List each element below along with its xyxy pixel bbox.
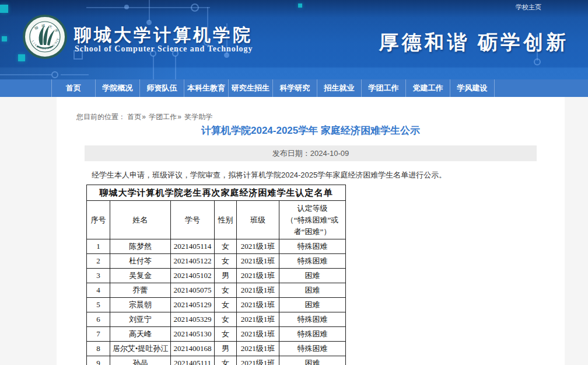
cell-gender: 女 bbox=[215, 298, 237, 312]
cell-gender: 女 bbox=[215, 254, 237, 269]
table-body: 1陈梦然2021405114女2021级1班特殊困难2杜付芩2021405122… bbox=[87, 239, 346, 365]
table-row: 6刘亚宁2021405329女2021级1班特殊困难 bbox=[87, 312, 346, 327]
school-homepage-link[interactable]: 学校主页 bbox=[516, 3, 541, 12]
cell-name: 孙晶 bbox=[110, 356, 171, 365]
cell-gender: 男 bbox=[215, 269, 237, 283]
nav-item-1[interactable]: 学院概况 bbox=[96, 79, 140, 97]
nav-item-8[interactable]: 党建工作 bbox=[406, 79, 450, 97]
publish-date-bar: 发布日期：2024-10-09 bbox=[85, 145, 537, 161]
breadcrumb-links: 首页» 学团工作» 奖学助学 bbox=[125, 113, 212, 121]
cell-gender: 女 bbox=[215, 312, 237, 327]
cell-level: 特殊困难 bbox=[279, 327, 346, 342]
cell-student-id: 2021405130 bbox=[171, 327, 215, 342]
cell-level: 困难 bbox=[279, 356, 346, 365]
cell-student-id: 2021405102 bbox=[171, 269, 215, 283]
college-name-en: School of Computer Science and Technolog… bbox=[75, 44, 253, 54]
cell-level: 特殊困难 bbox=[279, 342, 346, 356]
cell-class: 2021级1班 bbox=[237, 239, 279, 254]
circuit-line bbox=[0, 74, 51, 75]
cell-index: 7 bbox=[87, 327, 110, 342]
cell-class: 2021级1班 bbox=[237, 312, 279, 327]
cell-index: 5 bbox=[87, 298, 110, 312]
col-header-student-id: 学号 bbox=[171, 201, 215, 239]
col-header-index: 序号 bbox=[87, 201, 110, 239]
page-background: 您目前的位置： 首页» 学团工作» 奖学助学 计算机学院2024-2025学年 … bbox=[0, 97, 588, 365]
table-row: 7高天峰2021405130女2021级1班特殊困难 bbox=[87, 327, 346, 342]
cell-student-id: 2021405111 bbox=[171, 356, 215, 365]
breadcrumb-separator: » bbox=[141, 113, 149, 121]
nav-item-5[interactable]: 科学研究 bbox=[273, 79, 317, 97]
col-header-name: 姓名 bbox=[110, 201, 171, 239]
cell-level: 困难 bbox=[279, 269, 346, 283]
col-header-level: 认定等级 （“特殊困难”或 者“困难”） bbox=[279, 201, 346, 239]
cell-index: 1 bbox=[87, 239, 110, 254]
cell-index: 8 bbox=[87, 342, 110, 356]
cell-name: 居尔艾•提吐孙江 bbox=[110, 342, 171, 356]
cell-class: 2021级1班 bbox=[237, 356, 279, 365]
circuit-dot bbox=[124, 5, 129, 9]
cell-name: 乔蕾 bbox=[110, 283, 171, 298]
cell-class: 2021级1班 bbox=[237, 342, 279, 356]
nav-item-3[interactable]: 本科生教育 bbox=[184, 79, 229, 97]
nav-item-6[interactable]: 招生就业 bbox=[317, 79, 362, 97]
cell-class: 2021级1班 bbox=[237, 283, 279, 298]
college-name-cn: 聊城大学计算机学院 bbox=[74, 23, 253, 47]
cell-class: 2021级1班 bbox=[237, 298, 279, 312]
cell-gender: 女 bbox=[215, 327, 237, 342]
breadcrumb-separator: » bbox=[177, 113, 184, 121]
cell-class: 2021级1班 bbox=[237, 254, 279, 269]
col-header-gender: 性别 bbox=[215, 201, 237, 239]
nav-item-2[interactable]: 师资队伍 bbox=[140, 79, 184, 97]
table-row: 5宗晨朝2021405129女2021级1班困难 bbox=[87, 298, 346, 312]
table-row: 4乔蕾2021405075女2021级1班困难 bbox=[87, 283, 346, 298]
circuit-node bbox=[51, 71, 58, 78]
circuit-line bbox=[175, 56, 176, 79]
cell-student-id: 2021400168 bbox=[171, 342, 215, 356]
page-title: 计算机学院2024-2025学年 家庭经济困难学生公示 bbox=[57, 124, 565, 138]
school-motto: 厚德和谐 砺学创新 bbox=[379, 29, 569, 56]
cell-index: 2 bbox=[87, 254, 110, 269]
breadcrumb-link-1[interactable]: 学团工作 bbox=[149, 113, 177, 121]
content-area: 您目前的位置： 首页» 学团工作» 奖学助学 计算机学院2024-2025学年 … bbox=[57, 97, 565, 365]
circuit-line bbox=[149, 0, 150, 21]
circuit-line bbox=[153, 56, 154, 79]
cell-level: 困难 bbox=[279, 283, 346, 298]
table-row: 2杜付芩2021405122女2021级1班特殊困难 bbox=[87, 254, 346, 269]
breadcrumb-link-2[interactable]: 奖学助学 bbox=[184, 113, 212, 121]
teal-accent-square bbox=[0, 5, 8, 13]
breadcrumb-prefix: 您目前的位置： bbox=[76, 113, 125, 121]
cell-index: 9 bbox=[87, 356, 110, 365]
circuit-node bbox=[534, 58, 541, 65]
cell-index: 4 bbox=[87, 283, 110, 298]
circuit-node bbox=[191, 4, 199, 12]
circuit-line bbox=[61, 74, 89, 75]
teal-accent-square bbox=[298, 4, 302, 8]
cell-student-id: 2021405122 bbox=[171, 254, 215, 269]
cell-gender: 女 bbox=[215, 239, 237, 254]
table-row: 9孙晶2021405111女2021级1班困难 bbox=[87, 356, 346, 365]
cell-level: 困难 bbox=[279, 298, 346, 312]
table-row: 8居尔艾•提吐孙江2021400168男2021级1班特殊困难 bbox=[87, 342, 346, 356]
nav-item-7[interactable]: 学团工作 bbox=[362, 79, 406, 97]
table-header-row: 序号姓名学号性别班级认定等级 （“特殊困难”或 者“困难”） bbox=[87, 201, 346, 239]
nav-item-0[interactable]: 首页 bbox=[51, 79, 96, 97]
cell-gender: 女 bbox=[215, 283, 237, 298]
cell-gender: 女 bbox=[215, 356, 237, 365]
table-caption: 聊城大学计算机学院老生再次家庭经济困难学生认定名单 bbox=[87, 185, 346, 201]
cell-level: 特殊困难 bbox=[279, 254, 346, 269]
cell-name: 高天峰 bbox=[110, 327, 171, 342]
main-nav: 首页学院概况师资队伍本科生教育研究生招生科学研究招生就业学团工作党建工作学风建设 bbox=[0, 79, 588, 97]
cell-name: 杜付芩 bbox=[110, 254, 171, 269]
nav-item-9[interactable]: 学风建设 bbox=[450, 79, 495, 97]
cell-class: 2021级1班 bbox=[237, 269, 279, 283]
table-row: 3吴复金2021405102男2021级1班困难 bbox=[87, 269, 346, 283]
student-roster-table: 聊城大学计算机学院老生再次家庭经济困难学生认定名单 序号姓名学号性别班级认定等级… bbox=[86, 185, 346, 365]
table-row: 1陈梦然2021405114女2021级1班特殊困难 bbox=[87, 239, 346, 254]
breadcrumb: 您目前的位置： 首页» 学团工作» 奖学助学 bbox=[76, 112, 565, 120]
breadcrumb-link-0[interactable]: 首页 bbox=[127, 113, 141, 121]
cell-name: 陈梦然 bbox=[110, 239, 171, 254]
cell-index: 3 bbox=[87, 269, 110, 283]
cell-level: 特殊困难 bbox=[279, 239, 346, 254]
cell-class: 2021级1班 bbox=[237, 327, 279, 342]
nav-item-4[interactable]: 研究生招生 bbox=[229, 79, 273, 97]
